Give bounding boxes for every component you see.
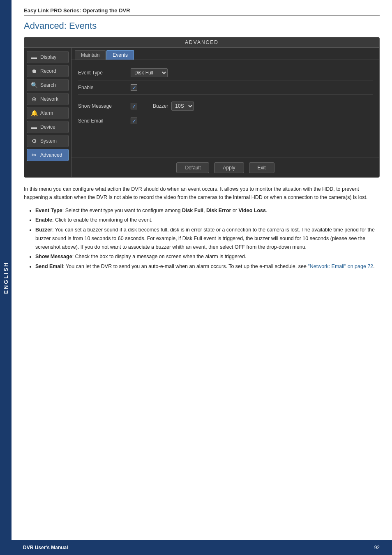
bullet-buzzer: Buzzer: You can set a buzzer sound if a … <box>35 226 380 252</box>
form-row-show-message: Show Message ✓ Buzzer 10S 20S 30S 60S OF… <box>78 98 373 114</box>
page-header: Easy Link PRO Series: Operating the DVR <box>24 7 380 16</box>
form-row-event-type: Event Type Disk Full Disk Error Video Lo… <box>78 65 373 81</box>
dvr-form: Event Type Disk Full Disk Error Video Lo… <box>71 60 379 132</box>
system-icon: ⚙ <box>30 137 38 145</box>
section-heading: Advanced: Events <box>24 21 380 31</box>
show-message-label: Show Message <box>78 103 127 109</box>
send-email-label: Send Email <box>78 118 127 124</box>
tab-maintain[interactable]: Maintain <box>75 50 106 60</box>
footer-page-number: 92 <box>374 545 380 550</box>
nav-item-system[interactable]: ⚙ System <box>27 135 69 147</box>
description-text: In this menu you can configure what acti… <box>24 185 380 201</box>
bullet-list: Event Type: Select the event type you wa… <box>24 206 380 271</box>
sidebar: ENGLISH <box>0 0 12 555</box>
nav-item-display[interactable]: ▬ Display <box>27 51 69 63</box>
bullet-show-message: Show Message: Check the box to display a… <box>35 252 380 261</box>
nav-item-record[interactable]: ⏺ Record <box>27 65 69 77</box>
nav-item-alarm[interactable]: 🔔 Alarm <box>27 107 69 119</box>
buzzer-label: Buzzer <box>153 103 168 109</box>
email-link[interactable]: "Network: Email" on page 72 <box>308 264 373 269</box>
nav-label-advanced: Advanced <box>40 152 62 158</box>
dvr-tabs: Maintain Events <box>71 48 379 60</box>
page-header-title: Easy Link PRO Series: Operating the DVR <box>24 7 130 14</box>
nav-label-search: Search <box>40 82 56 88</box>
show-message-checkbox[interactable]: ✓ <box>131 103 137 109</box>
bullet-term-event-type: Event Type <box>35 208 62 213</box>
nav-item-network[interactable]: ⊕ Network <box>27 93 69 105</box>
send-email-checkbox[interactable]: ✓ <box>131 118 137 124</box>
form-row-enable: Enable ✓ <box>78 81 373 95</box>
tab-events[interactable]: Events <box>106 50 134 60</box>
main-content: Easy Link PRO Series: Operating the DVR … <box>12 0 392 284</box>
bullet-term-buzzer: Buzzer <box>35 227 52 233</box>
bullet-term-show-message: Show Message <box>35 254 72 259</box>
bullet-term-send-email: Send Email <box>35 264 63 269</box>
default-button[interactable]: Default <box>176 162 209 173</box>
nav-label-system: System <box>40 138 57 144</box>
footer-manual-label: DVR User's Manual <box>23 545 68 550</box>
nav-label-display: Display <box>40 54 56 60</box>
enable-control: ✓ <box>131 84 137 91</box>
search-icon: 🔍 <box>30 81 38 89</box>
form-spacer <box>71 132 379 157</box>
sidebar-label: ENGLISH <box>3 261 9 294</box>
enable-label: Enable <box>78 85 127 90</box>
nav-item-search[interactable]: 🔍 Search <box>27 79 69 91</box>
nav-item-advanced[interactable]: ✂ Advanced <box>27 149 69 161</box>
show-message-control: ✓ Buzzer 10S 20S 30S 60S OFF <box>131 102 194 111</box>
bullet-send-email: Send Email: You can let the DVR to send … <box>35 262 380 271</box>
dvr-panel-body: ▬ Display ⏺ Record 🔍 Search ⊕ Network 🔔 <box>24 48 379 177</box>
disk-full-bold: Disk Full <box>182 208 203 213</box>
dvr-buttons: Default Apply Exit <box>71 157 379 177</box>
nav-label-network: Network <box>40 96 58 102</box>
alarm-icon: 🔔 <box>30 109 38 117</box>
disk-error-bold: Disk Error <box>206 208 231 213</box>
bullet-enable: Enable: Click to enable the monitoring o… <box>35 216 380 224</box>
advanced-icon: ✂ <box>30 151 38 159</box>
event-type-select[interactable]: Disk Full Disk Error Video Loss <box>131 68 168 77</box>
event-type-control: Disk Full Disk Error Video Loss <box>131 68 168 77</box>
nav-label-device: Device <box>40 124 55 130</box>
page-footer: DVR User's Manual 92 <box>0 540 392 555</box>
nav-label-alarm: Alarm <box>40 110 53 116</box>
nav-label-record: Record <box>40 68 56 74</box>
bullet-term-enable: Enable <box>35 217 52 223</box>
dvr-nav: ▬ Display ⏺ Record 🔍 Search ⊕ Network 🔔 <box>24 48 71 177</box>
dvr-panel: ADVANCED ▬ Display ⏺ Record 🔍 Search ⊕ <box>24 37 380 178</box>
video-loss-bold: Video Loss <box>238 208 265 213</box>
dvr-panel-title: ADVANCED <box>24 37 379 48</box>
display-icon: ▬ <box>30 53 38 61</box>
record-icon: ⏺ <box>30 67 38 75</box>
exit-button[interactable]: Exit <box>249 162 274 173</box>
dvr-content: Maintain Events Event Type Disk Full Dis… <box>71 48 379 177</box>
bullet-event-type: Event Type: Select the event type you wa… <box>35 206 380 215</box>
event-type-label: Event Type <box>78 70 127 76</box>
page-header-strong: Easy Link PRO Series: Operating the DVR <box>24 7 130 14</box>
form-row-spacer <box>78 95 373 98</box>
form-row-send-email: Send Email ✓ <box>78 114 373 127</box>
device-icon: ▬ <box>30 123 38 131</box>
nav-item-device[interactable]: ▬ Device <box>27 121 69 133</box>
network-icon: ⊕ <box>30 95 38 103</box>
apply-button[interactable]: Apply <box>214 162 244 173</box>
enable-checkbox[interactable]: ✓ <box>131 84 137 91</box>
buzzer-select[interactable]: 10S 20S 30S 60S OFF <box>171 102 194 111</box>
send-email-control: ✓ <box>131 118 137 124</box>
